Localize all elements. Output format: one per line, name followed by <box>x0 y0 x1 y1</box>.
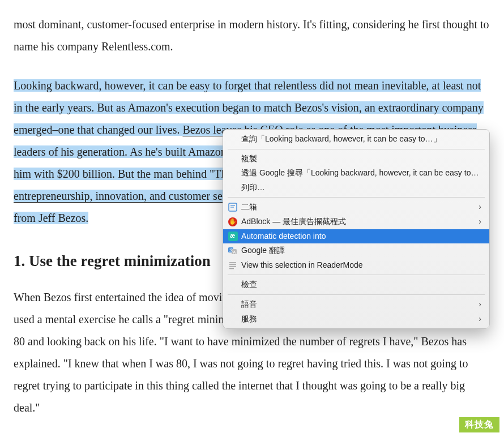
chevron-right-icon: › <box>479 202 481 213</box>
chevron-right-icon: › <box>479 314 481 325</box>
menu-google-search[interactable]: 透過 Google 搜尋「Looking backward, however, … <box>223 166 489 181</box>
menu-separator <box>228 275 485 275</box>
menu-reader-mode[interactable]: View this selection in ReaderMode <box>223 258 489 273</box>
chevron-right-icon: › <box>479 299 481 310</box>
ae-icon: æ <box>228 231 238 241</box>
menu-adblock[interactable]: ✋ AdBlock — 最佳廣告攔截程式 › <box>223 215 489 229</box>
menu-copy[interactable]: 複製 <box>223 152 489 166</box>
context-menu: 查詢「Looking backward, however, it can be … <box>223 129 490 329</box>
box-icon <box>228 202 238 212</box>
menu-print[interactable]: 列印… <box>223 181 489 195</box>
menu-inspect[interactable]: 檢查 <box>223 277 489 292</box>
translate-icon: 文A <box>228 246 238 256</box>
paragraph-1: most dominant, customer-focused enterpri… <box>14 14 490 58</box>
reader-icon <box>228 260 238 271</box>
menu-erxiang[interactable]: 二箱 › <box>223 200 489 215</box>
svg-text:A: A <box>233 250 236 254</box>
menu-services[interactable]: 服務 › <box>223 312 489 327</box>
menu-google-translate[interactable]: 文A Google 翻譯 <box>223 243 489 258</box>
watermark-badge: 科技兔 <box>459 417 499 432</box>
adblock-icon: ✋ <box>228 217 238 227</box>
menu-speech[interactable]: 語音 › <box>223 297 489 312</box>
menu-auto-detect[interactable]: æ Automatic detection into <box>223 229 489 244</box>
menu-lookup[interactable]: 查詢「Looking backward, however, it can be … <box>223 132 489 147</box>
chevron-right-icon: › <box>479 216 481 228</box>
menu-separator <box>228 197 485 198</box>
menu-separator <box>228 149 485 149</box>
menu-separator <box>228 294 485 295</box>
